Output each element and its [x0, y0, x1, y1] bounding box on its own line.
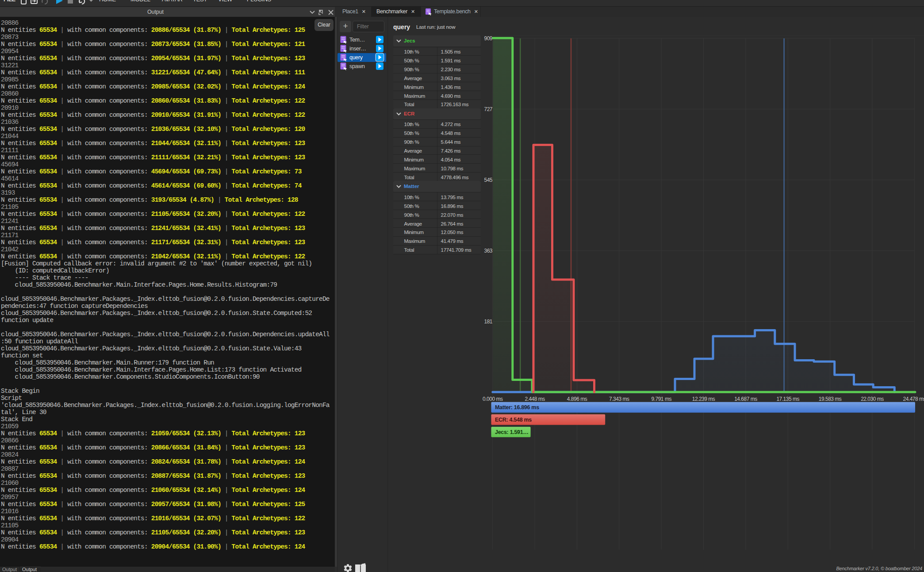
svg-text:9.791 ms: 9.791 ms: [652, 396, 672, 402]
svg-text:24.478 ms: 24.478 ms: [903, 396, 924, 402]
svg-text:ECR: 4.548 ms: ECR: 4.548 ms: [495, 417, 532, 423]
svg-text:17.135 ms: 17.135 ms: [776, 396, 799, 402]
svg-text:12.239 ms: 12.239 ms: [692, 396, 715, 402]
svg-text:14.687 ms: 14.687 ms: [734, 396, 757, 402]
svg-text:2.448 ms: 2.448 ms: [525, 396, 545, 402]
svg-text:909: 909: [484, 35, 492, 42]
svg-text:19.583 ms: 19.583 ms: [819, 396, 842, 402]
svg-text:Jecs: 1.591…: Jecs: 1.591…: [495, 429, 529, 435]
svg-text:181: 181: [484, 319, 492, 325]
svg-text:0.000 ms: 0.000 ms: [483, 396, 503, 402]
svg-text:Matter: 16.896 ms: Matter: 16.896 ms: [495, 404, 539, 411]
svg-text:4.896 ms: 4.896 ms: [567, 396, 587, 402]
svg-text:727: 727: [484, 106, 492, 112]
svg-text:545: 545: [484, 177, 492, 183]
svg-text:7.343 ms: 7.343 ms: [609, 396, 629, 402]
svg-text:22.030 ms: 22.030 ms: [861, 396, 884, 402]
svg-text:363: 363: [484, 248, 492, 254]
